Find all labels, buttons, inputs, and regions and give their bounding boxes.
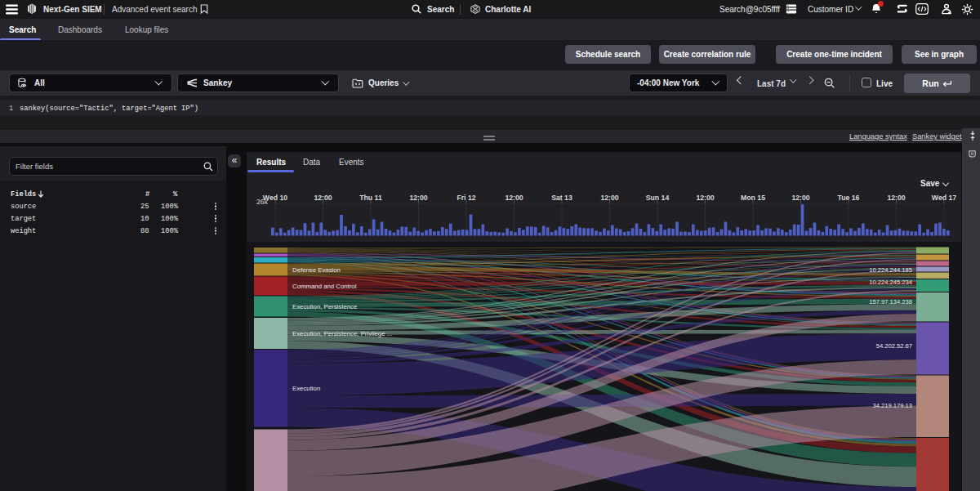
svg-text:10.224.245.234: 10.224.245.234 — [869, 279, 912, 286]
svg-text:157.97.134.238: 157.97.134.238 — [869, 298, 912, 306]
svg-text:Execution: Execution — [292, 385, 320, 392]
svg-text:10.224.244.185: 10.224.244.185 — [869, 266, 912, 274]
svg-text:Execution, Persistence: Execution, Persistence — [292, 303, 357, 310]
svg-text:Execution, Persistence, Privil: Execution, Persistence, Privilege ... — [292, 330, 392, 337]
svg-text:Defense Evasion: Defense Evasion — [292, 266, 341, 274]
svg-text:34.219.179.13: 34.219.179.13 — [872, 402, 912, 409]
svg-text:Command and Control: Command and Control — [292, 283, 357, 290]
svg-text:54.202.52.67: 54.202.52.67 — [876, 342, 912, 350]
